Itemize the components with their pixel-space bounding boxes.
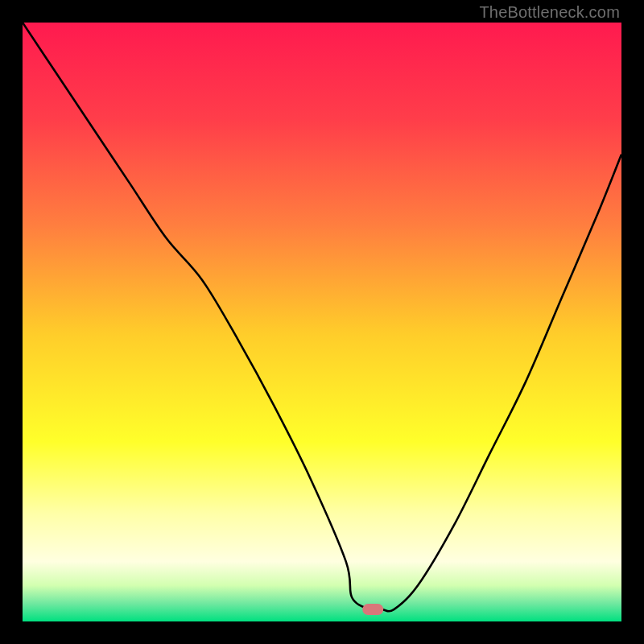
watermark-text: TheBottleneck.com xyxy=(479,3,620,22)
optimal-marker xyxy=(362,604,383,615)
curve-path xyxy=(23,23,621,611)
plot-area xyxy=(23,23,621,621)
chart-frame: TheBottleneck.com xyxy=(0,0,644,644)
bottleneck-curve xyxy=(23,23,621,621)
